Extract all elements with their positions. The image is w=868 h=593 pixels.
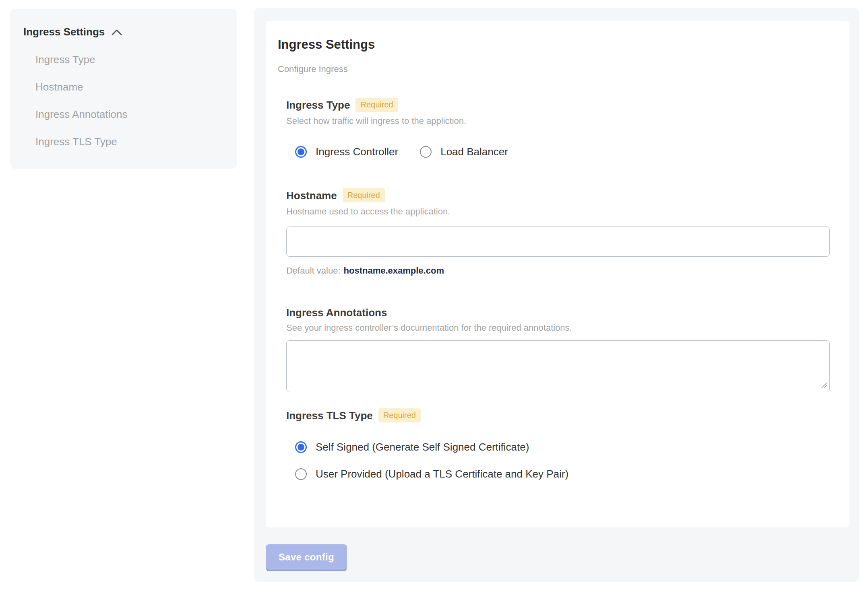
hostname-input[interactable] [286, 226, 830, 257]
config-panel: Ingress Settings Configure Ingress Ingre… [254, 8, 859, 582]
radio-option-load-balancer[interactable]: Load Balancer [420, 146, 508, 158]
sidebar-item-ingress-tls-type[interactable]: Ingress TLS Type [35, 136, 225, 148]
sidebar-group-ingress-settings[interactable]: Ingress Settings [23, 26, 225, 38]
save-config-button[interactable]: Save config [266, 544, 347, 570]
radio-unselected-icon [295, 468, 307, 480]
field-label-ingress-type: Ingress Type [286, 99, 350, 111]
radio-selected-icon [295, 146, 307, 158]
form-sections: Ingress Type Required Select how traffic… [286, 98, 830, 480]
field-description-ingress-annotations: See your ingress controller’s documentat… [286, 323, 830, 333]
ingress-settings-card: Ingress Settings Configure Ingress Ingre… [266, 21, 849, 527]
field-description-ingress-type: Select how traffic will ingress to the a… [286, 116, 830, 126]
field-description-hostname: Hostname used to access the application. [286, 206, 830, 217]
section-ingress-annotations: Ingress Annotations See your ingress con… [286, 307, 830, 392]
section-ingress-type: Ingress Type Required Select how traffic… [286, 98, 830, 158]
required-badge: Required [343, 188, 385, 202]
radio-option-self-signed[interactable]: Self Signed (Generate Self Signed Certif… [295, 441, 830, 453]
section-ingress-tls-type: Ingress TLS Type Required Self Signed (G… [286, 408, 830, 480]
radio-option-label: Ingress Controller [316, 146, 398, 158]
radio-unselected-icon [420, 146, 432, 158]
field-label-hostname: Hostname [286, 189, 337, 202]
radio-option-label: User Provided (Upload a TLS Certificate … [316, 468, 568, 480]
required-badge: Required [378, 408, 421, 422]
radio-selected-icon [295, 441, 307, 453]
annotations-textarea[interactable] [286, 340, 830, 392]
config-nav-sidebar: Ingress Settings Ingress Type Hostname I… [10, 9, 237, 169]
default-value-label: Default value: [286, 266, 341, 276]
sidebar-item-list: Ingress Type Hostname Ingress Annotation… [35, 54, 225, 148]
field-label-ingress-annotations: Ingress Annotations [286, 307, 387, 319]
section-hostname: Hostname Required Hostname used to acces… [286, 188, 830, 276]
default-value-line: Default value:hostname.example.com [286, 266, 830, 276]
default-value: hostname.example.com [344, 266, 444, 276]
sidebar-item-ingress-type[interactable]: Ingress Type [35, 54, 225, 66]
ingress-type-radio-group: Ingress Controller Load Balancer [295, 146, 830, 158]
radio-option-label: Self Signed (Generate Self Signed Certif… [316, 441, 529, 453]
sidebar-item-ingress-annotations[interactable]: Ingress Annotations [35, 108, 225, 120]
radio-option-user-provided[interactable]: User Provided (Upload a TLS Certificate … [295, 468, 830, 480]
tls-type-radio-group: Self Signed (Generate Self Signed Certif… [295, 441, 830, 480]
radio-option-ingress-controller[interactable]: Ingress Controller [295, 146, 398, 158]
page-title: Ingress Settings [278, 37, 837, 52]
radio-option-label: Load Balancer [440, 146, 508, 158]
sidebar-group-label: Ingress Settings [23, 26, 105, 38]
field-label-ingress-tls-type: Ingress TLS Type [286, 410, 373, 422]
required-badge: Required [355, 98, 398, 112]
sidebar-item-hostname[interactable]: Hostname [35, 81, 225, 93]
chevron-up-icon [111, 29, 122, 36]
page-subtitle: Configure Ingress [278, 64, 837, 74]
